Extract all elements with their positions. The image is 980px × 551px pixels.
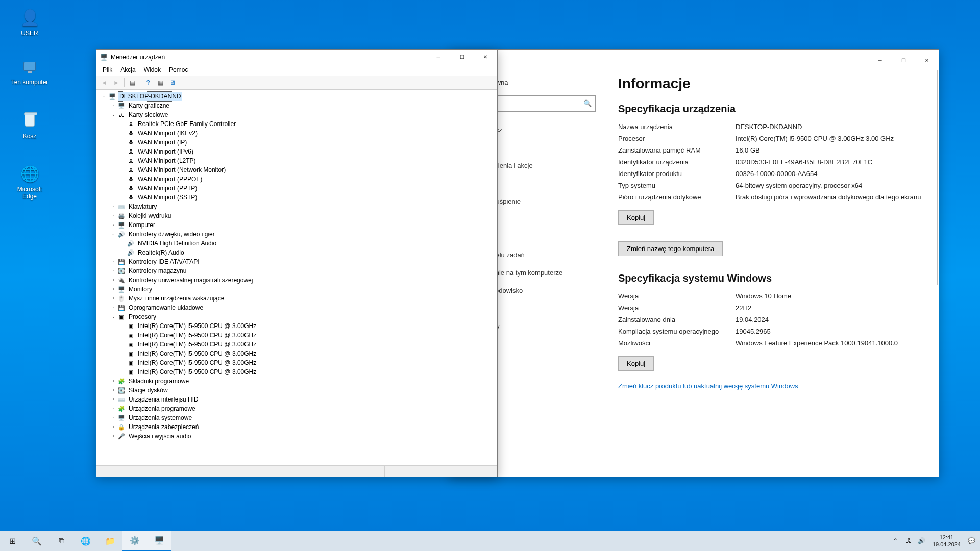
tree-node[interactable]: ›💽Stacje dysków: [99, 386, 497, 395]
tree-node[interactable]: 🖧WAN Miniport (IPv6): [99, 147, 497, 156]
expand-icon[interactable]: ›: [111, 287, 116, 292]
rename-pc-button[interactable]: Zmień nazwę tego komputera: [618, 241, 723, 256]
menu-plik[interactable]: Plik: [99, 65, 116, 74]
tree-node[interactable]: ›💾Kontrolery IDE ATA/ATAPI: [99, 257, 497, 266]
tree-node[interactable]: ▣Intel(R) Core(TM) i5-9500 CPU @ 3.00GHz: [99, 321, 497, 331]
tree-node[interactable]: ▣Intel(R) Core(TM) i5-9500 CPU @ 3.00GHz: [99, 331, 497, 340]
taskbar-settings[interactable]: ⚙️: [122, 531, 147, 551]
tree-node[interactable]: 🖧WAN Miniport (L2TP): [99, 156, 497, 165]
tree-node[interactable]: 🔊NVIDIA High Definition Audio: [99, 239, 497, 248]
expand-icon[interactable]: ›: [111, 388, 116, 393]
expand-icon[interactable]: ›: [111, 424, 116, 430]
change-product-key-link[interactable]: Zmień klucz produktu lub uaktualnij wers…: [618, 382, 923, 390]
expand-icon[interactable]: ›: [111, 268, 116, 274]
collapse-icon[interactable]: ⌄: [111, 232, 116, 237]
tray-chevron-icon[interactable]: ⌃: [890, 537, 901, 544]
tree-node[interactable]: ›🖥️Urządzenia systemowe: [99, 413, 497, 422]
expand-icon[interactable]: ›: [111, 296, 116, 302]
collapse-icon[interactable]: ⌄: [111, 112, 116, 118]
tree-node[interactable]: ›🔌Kontrolery uniwersalnej magistrali sze…: [99, 276, 497, 285]
taskbar-edge[interactable]: 🌐: [74, 531, 98, 551]
tree-node[interactable]: 🖧WAN Miniport (PPTP): [99, 184, 497, 193]
close-button[interactable]: ✕: [474, 50, 497, 64]
expand-icon[interactable]: ›: [111, 305, 116, 311]
tree-node[interactable]: ›🔒Urządzenia zabezpieczeń: [99, 422, 497, 432]
expand-icon[interactable]: ›: [111, 213, 116, 219]
devmgr-titlebar[interactable]: 🖥️ Menedżer urządzeń ─ ☐ ✕: [96, 50, 497, 64]
desktop-icon-ten-komputer[interactable]: Ten komputer: [9, 56, 50, 86]
tree-node[interactable]: ›🖨️Kolejki wydruku: [99, 211, 497, 220]
help-button[interactable]: ?: [142, 77, 154, 88]
tree-node[interactable]: ›⌨️Urządzenia interfejsu HID: [99, 395, 497, 404]
expand-icon[interactable]: ›: [111, 259, 116, 265]
menu-widok[interactable]: Widok: [140, 65, 165, 74]
desktop-icon-user[interactable]: 👤USER: [9, 7, 50, 37]
tree-node[interactable]: 🖧WAN Miniport (IP): [99, 138, 497, 147]
taskbar: ⊞ 🔍 ⧉ 🌐 📁 ⚙️ 🖥️ ⌃ 🖧 🔊 12:41 19.04.2024 💬: [0, 531, 980, 551]
show-hide-tree-button[interactable]: ▤: [127, 77, 138, 88]
tray-network-icon[interactable]: 🖧: [903, 537, 914, 544]
scan-hardware-button[interactable]: 🖥: [167, 77, 178, 88]
expand-icon[interactable]: ›: [111, 222, 116, 228]
tree-node[interactable]: ›🎤Wejścia i wyjścia audio: [99, 432, 497, 441]
tree-node[interactable]: ▣Intel(R) Core(TM) i5-9500 CPU @ 3.00GHz: [99, 367, 497, 377]
menu-pomoc[interactable]: Pomoc: [165, 65, 192, 74]
collapse-icon[interactable]: ⌄: [102, 94, 107, 99]
tree-node[interactable]: ▣Intel(R) Core(TM) i5-9500 CPU @ 3.00GHz: [99, 340, 497, 349]
minimize-button[interactable]: ─: [427, 50, 450, 64]
desktop-icon-microsoft-edge[interactable]: 🌐Microsoft Edge: [9, 163, 50, 200]
expand-icon[interactable]: ›: [111, 379, 116, 384]
tray-clock[interactable]: 12:41 19.04.2024: [929, 534, 964, 548]
copy-windows-button[interactable]: Kopiuj: [618, 356, 654, 371]
tree-node[interactable]: ›💽Kontrolery magazynu: [99, 266, 497, 276]
spec-key: Pióro i urządzenia dotykowe: [618, 193, 736, 201]
tree-node[interactable]: ›🖱️Mysz i inne urządzenia wskazujące: [99, 294, 497, 303]
expand-icon[interactable]: ›: [111, 434, 116, 439]
tray-time: 12:41: [933, 534, 961, 541]
tree-node[interactable]: 🖧WAN Miniport (IKEv2): [99, 129, 497, 138]
tree-node[interactable]: ›⌨️Klawiatury: [99, 202, 497, 211]
tree-node[interactable]: ›🧩Składniki programowe: [99, 377, 497, 386]
minimize-button[interactable]: ─: [868, 53, 892, 67]
action-center-icon[interactable]: 💬: [966, 537, 977, 544]
expand-icon[interactable]: ›: [111, 103, 116, 109]
tree-node[interactable]: ›🖥️Karty graficzne: [99, 101, 497, 110]
expand-icon[interactable]: ›: [111, 204, 116, 210]
tree-node[interactable]: ›🖥️Monitory: [99, 285, 497, 294]
maximize-button[interactable]: ☐: [892, 53, 915, 67]
tree-node[interactable]: ⌄▣Procesory: [99, 312, 497, 321]
tree-node[interactable]: ›🧩Urządzenia programowe: [99, 404, 497, 413]
expand-icon[interactable]: ›: [111, 397, 116, 403]
device-tree[interactable]: ⌄🖥️DESKTOP-DKDANND›🖥️Karty graficzne⌄🖧Ka…: [96, 90, 497, 465]
tree-node[interactable]: 🖧WAN Miniport (SSTP): [99, 193, 497, 202]
tree-node[interactable]: 🖧WAN Miniport (Network Monitor): [99, 165, 497, 174]
expand-icon[interactable]: ›: [111, 406, 116, 412]
close-button[interactable]: ✕: [915, 53, 939, 67]
expand-icon[interactable]: ›: [111, 278, 116, 283]
properties-button[interactable]: ▦: [155, 77, 166, 88]
tree-node[interactable]: ⌄🖧Karty sieciowe: [99, 110, 497, 119]
taskbar-search-button[interactable]: 🔍: [24, 531, 49, 551]
menu-akcja[interactable]: Akcja: [116, 65, 139, 74]
collapse-icon[interactable]: ⌄: [111, 314, 116, 320]
tray-volume-icon[interactable]: 🔊: [916, 537, 927, 544]
tree-node[interactable]: ›🖥️Komputer: [99, 220, 497, 230]
scrollbar[interactable]: [937, 70, 938, 285]
desktop-icon-kosz[interactable]: Kosz: [9, 110, 50, 140]
copy-device-button[interactable]: Kopiuj: [618, 210, 654, 225]
tree-node[interactable]: 🖧Realtek PCIe GbE Family Controller: [99, 119, 497, 129]
tree-node[interactable]: ⌄🖥️DESKTOP-DKDANND: [99, 92, 497, 101]
task-view-button[interactable]: ⧉: [49, 531, 74, 551]
settings-titlebar[interactable]: ─ ☐ ✕: [450, 50, 939, 70]
expand-icon[interactable]: ›: [111, 415, 116, 421]
tree-node[interactable]: ▣Intel(R) Core(TM) i5-9500 CPU @ 3.00GHz: [99, 358, 497, 367]
tree-node[interactable]: ›💾Oprogramowanie układowe: [99, 303, 497, 312]
tree-node[interactable]: 🔊Realtek(R) Audio: [99, 248, 497, 257]
taskbar-devmgr[interactable]: 🖥️: [147, 531, 172, 551]
start-button[interactable]: ⊞: [0, 531, 24, 551]
maximize-button[interactable]: ☐: [450, 50, 474, 64]
tree-node[interactable]: ⌄🔊Kontrolery dźwięku, wideo i gier: [99, 230, 497, 239]
tree-node[interactable]: ▣Intel(R) Core(TM) i5-9500 CPU @ 3.00GHz: [99, 349, 497, 358]
tree-node[interactable]: 🖧WAN Miniport (PPPOE): [99, 174, 497, 184]
taskbar-explorer[interactable]: 📁: [98, 531, 122, 551]
